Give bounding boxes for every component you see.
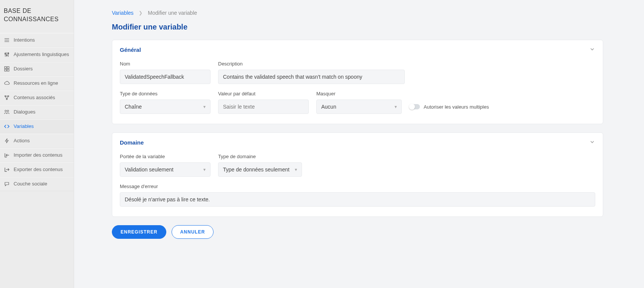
svg-rect-11 — [5, 69, 6, 71]
import-icon — [4, 152, 10, 158]
sidebar-item-ressources[interactable]: Ressources en ligne — [0, 76, 74, 90]
bolt-icon — [4, 138, 10, 144]
description-label: Description — [218, 61, 405, 67]
code-icon — [4, 123, 10, 129]
list-icon — [4, 37, 10, 43]
section-header[interactable]: Domaine — [112, 133, 603, 151]
chevron-down-icon: ▾ — [395, 104, 397, 109]
domain-type-value: Type de données seulement — [223, 167, 289, 173]
chevron-down-icon: ▾ — [295, 167, 297, 172]
section-header[interactable]: Général — [112, 40, 603, 58]
datatype-select[interactable]: Chaîne ▾ — [120, 100, 211, 114]
sidebar-item-label: Exporter des contenus — [14, 167, 63, 172]
save-button[interactable]: ENREGISTRER — [112, 225, 166, 239]
svg-point-20 — [7, 110, 9, 112]
cancel-button[interactable]: ANNULER — [172, 225, 214, 239]
svg-rect-12 — [7, 69, 9, 71]
sidebar-item-dialogues[interactable]: Dialogues — [0, 105, 74, 119]
chevron-down-icon[interactable] — [589, 139, 595, 146]
sliders-icon — [4, 51, 10, 58]
error-message-input[interactable] — [120, 192, 595, 207]
export-icon — [4, 167, 10, 173]
datatype-value: Chaîne — [125, 104, 142, 110]
sidebar-item-couche[interactable]: Couche sociale — [0, 177, 74, 191]
domain-type-label: Type de domaine — [218, 154, 302, 159]
default-value-input[interactable] — [218, 100, 309, 114]
svg-point-19 — [5, 110, 6, 112]
sidebar: BASE DE CONNAISSANCES Intentions Ajustem… — [0, 0, 74, 288]
svg-point-6 — [5, 53, 6, 54]
domain-type-select[interactable]: Type de données seulement ▾ — [218, 162, 302, 177]
scope-label: Portée de la variable — [120, 154, 211, 159]
default-label: Valeur par défaut — [218, 91, 309, 97]
cloud-icon — [4, 80, 10, 86]
sidebar-item-label: Dialogues — [14, 109, 36, 115]
breadcrumb-current: Modifier une variable — [148, 10, 197, 16]
chevron-down-icon: ▾ — [203, 167, 206, 172]
sidebar-item-exporter[interactable]: Exporter des contenus — [0, 162, 74, 177]
sidebar-item-importer[interactable]: Importer des contenus — [0, 148, 74, 162]
sidebar-item-label: Importer des contenus — [14, 152, 62, 158]
sidebar-item-dossiers[interactable]: Dossiers — [0, 62, 74, 76]
mask-select[interactable]: Aucun ▾ — [316, 100, 402, 114]
description-input[interactable] — [218, 70, 405, 84]
domain-section: Domaine Portée de la variable Validation… — [112, 132, 603, 217]
svg-line-17 — [5, 96, 7, 99]
datatype-label: Type de données — [120, 91, 211, 97]
people-icon — [4, 109, 10, 115]
main-content: Variables ❯ Modifier une variable Modifi… — [74, 0, 641, 288]
chat-icon — [4, 181, 10, 187]
svg-line-18 — [7, 96, 8, 99]
page-title: Modifier une variable — [112, 23, 603, 31]
scope-value: Validation seulement — [125, 167, 173, 173]
sidebar-item-ajustements[interactable]: Ajustements linguistiques — [0, 47, 74, 62]
chevron-right-icon: ❯ — [139, 10, 142, 16]
general-section: Général Nom Description Type de d — [112, 40, 603, 124]
svg-rect-10 — [7, 67, 9, 68]
mask-label: Masquer — [316, 91, 402, 97]
sidebar-item-label: Actions — [14, 138, 30, 143]
sidebar-item-label: Contenus associés — [14, 95, 55, 100]
sidebar-item-label: Dossiers — [14, 66, 33, 72]
nodes-icon — [4, 95, 10, 101]
domain-title: Domaine — [120, 139, 144, 146]
grid-icon — [4, 66, 10, 72]
error-label: Message d'erreur — [120, 184, 595, 189]
svg-point-7 — [6, 54, 8, 56]
mask-value: Aucun — [321, 104, 336, 110]
chevron-down-icon[interactable] — [589, 46, 595, 53]
sidebar-item-label: Intentions — [14, 37, 35, 43]
sidebar-item-actions[interactable]: Actions — [0, 134, 74, 148]
form-actions: ENREGISTRER ANNULER — [112, 225, 603, 239]
sidebar-item-variables[interactable]: Variables — [0, 119, 74, 134]
sidebar-item-label: Variables — [14, 123, 34, 129]
sidebar-item-intentions[interactable]: Intentions — [0, 33, 74, 47]
sidebar-item-contenus[interactable]: Contenus associés — [0, 90, 74, 105]
sidebar-title: BASE DE CONNAISSANCES — [0, 0, 74, 33]
name-input[interactable] — [120, 70, 211, 84]
nav-list: Intentions Ajustements linguistiques Dos… — [0, 33, 74, 191]
breadcrumb-variables[interactable]: Variables — [112, 10, 133, 16]
sidebar-item-label: Ajustements linguistiques — [14, 51, 69, 57]
general-title: Général — [120, 47, 141, 53]
allow-multi-label: Autoriser les valeurs multiples — [424, 104, 489, 110]
allow-multi-toggle[interactable] — [409, 104, 420, 109]
svg-rect-9 — [5, 67, 6, 68]
svg-marker-21 — [5, 139, 8, 143]
sidebar-item-label: Ressources en ligne — [14, 80, 58, 86]
name-label: Nom — [120, 61, 211, 67]
sidebar-item-label: Couche sociale — [14, 181, 47, 187]
breadcrumb: Variables ❯ Modifier une variable — [112, 10, 603, 16]
chevron-down-icon: ▾ — [203, 104, 206, 109]
variable-scope-select[interactable]: Validation seulement ▾ — [120, 162, 211, 177]
svg-point-8 — [8, 53, 9, 54]
